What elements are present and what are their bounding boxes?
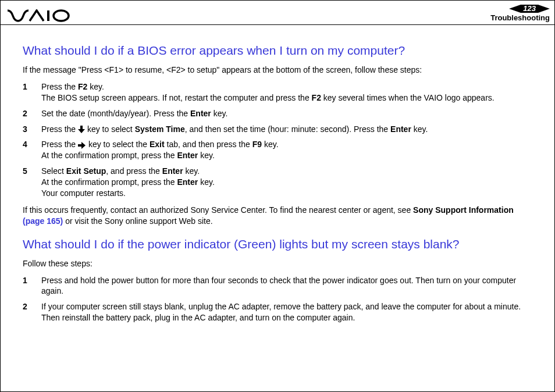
svg-rect-0 <box>47 10 49 21</box>
step-5: Select Exit Setup, and press the Enter k… <box>23 166 532 199</box>
intro-text-2: Follow these steps: <box>23 258 532 269</box>
header-right: 123 Troubleshooting <box>490 5 550 24</box>
next-page-arrow[interactable] <box>538 5 550 13</box>
step-2: Set the date (month/day/year). Press the… <box>23 108 532 119</box>
heading-bios-error: What should I do if a BIOS error appears… <box>23 44 532 58</box>
outro-text: If this occurs frequently, contact an au… <box>23 205 532 227</box>
heading-power-indicator: What should I do if the power indicator … <box>23 237 532 251</box>
page-header: 123 Troubleshooting <box>1 1 554 25</box>
step-4: Press the key to select the Exit tab, an… <box>23 139 532 161</box>
section-label: Troubleshooting <box>490 13 550 22</box>
page-link-165[interactable]: (page 165) <box>23 216 63 226</box>
right-arrow-icon <box>78 142 86 149</box>
step-1: Press and hold the power button for more… <box>23 275 532 297</box>
step-2: If your computer screen still stays blan… <box>23 301 532 323</box>
svg-point-1 <box>54 10 69 21</box>
vaio-logo <box>8 9 72 24</box>
step-3: Press the key to select System Time, and… <box>23 124 532 135</box>
prev-page-arrow[interactable] <box>509 5 521 13</box>
page-content: What should I do if a BIOS error appears… <box>1 25 554 341</box>
intro-text: If the message "Press <F1> to resume, <F… <box>23 65 532 76</box>
steps-list-1: Press the F2 key. The BIOS setup screen … <box>23 81 532 199</box>
step-1: Press the F2 key. The BIOS setup screen … <box>23 81 532 104</box>
down-arrow-icon <box>78 126 85 134</box>
steps-list-2: Press and hold the power button for more… <box>23 275 532 324</box>
page-number: 123 <box>521 5 538 13</box>
page-navigator: 123 <box>490 5 550 13</box>
